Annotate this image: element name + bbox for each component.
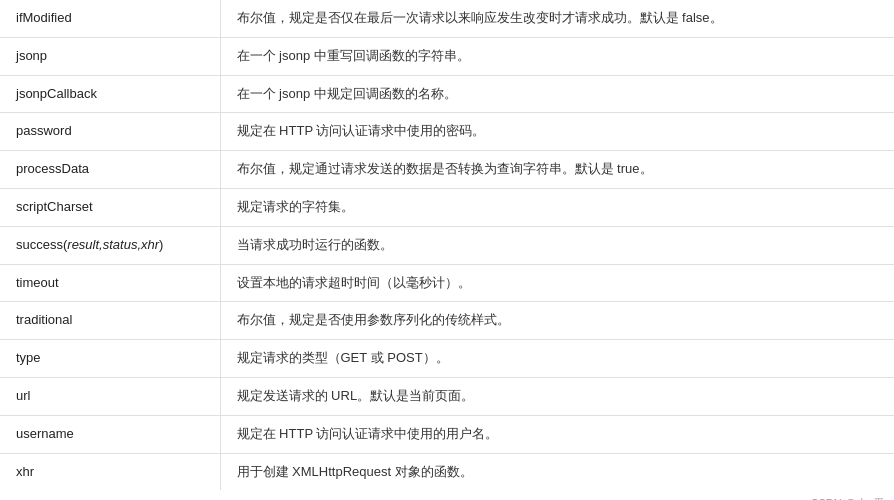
param-desc: 规定发送请求的 URL。默认是当前页面。 (220, 377, 894, 415)
param-name: password (0, 113, 220, 151)
table-row: timeout设置本地的请求超时时间（以毫秒计）。 (0, 264, 894, 302)
table-row: processData布尔值，规定通过请求发送的数据是否转换为查询字符串。默认是… (0, 151, 894, 189)
param-desc: 规定请求的类型（GET 或 POST）。 (220, 340, 894, 378)
table-row: url规定发送请求的 URL。默认是当前页面。 (0, 377, 894, 415)
table-row: jsonp在一个 jsonp 中重写回调函数的字符串。 (0, 37, 894, 75)
param-desc: 规定在 HTTP 访问认证请求中使用的用户名。 (220, 415, 894, 453)
table-row: type规定请求的类型（GET 或 POST）。 (0, 340, 894, 378)
footer-attribution: CSDN @小o蛋 (0, 490, 894, 500)
param-name: username (0, 415, 220, 453)
param-name: type (0, 340, 220, 378)
param-name: processData (0, 151, 220, 189)
table-row: username规定在 HTTP 访问认证请求中使用的用户名。 (0, 415, 894, 453)
param-name: ifModified (0, 0, 220, 37)
param-name: success(result,status,xhr) (0, 226, 220, 264)
table-row: ifModified布尔值，规定是否仅在最后一次请求以来响应发生改变时才请求成功… (0, 0, 894, 37)
param-desc: 布尔值，规定是否使用参数序列化的传统样式。 (220, 302, 894, 340)
param-desc: 布尔值，规定通过请求发送的数据是否转换为查询字符串。默认是 true。 (220, 151, 894, 189)
table-row: jsonpCallback在一个 jsonp 中规定回调函数的名称。 (0, 75, 894, 113)
param-desc: 当请求成功时运行的函数。 (220, 226, 894, 264)
table-row: traditional布尔值，规定是否使用参数序列化的传统样式。 (0, 302, 894, 340)
table-row: xhr用于创建 XMLHttpRequest 对象的函数。 (0, 453, 894, 490)
table-row: password规定在 HTTP 访问认证请求中使用的密码。 (0, 113, 894, 151)
param-desc: 在一个 jsonp 中规定回调函数的名称。 (220, 75, 894, 113)
param-name: jsonpCallback (0, 75, 220, 113)
param-desc: 规定在 HTTP 访问认证请求中使用的密码。 (220, 113, 894, 151)
param-name: timeout (0, 264, 220, 302)
param-desc: 布尔值，规定是否仅在最后一次请求以来响应发生改变时才请求成功。默认是 false… (220, 0, 894, 37)
table-row: scriptCharset规定请求的字符集。 (0, 188, 894, 226)
table-row: success(result,status,xhr)当请求成功时运行的函数。 (0, 226, 894, 264)
param-desc: 规定请求的字符集。 (220, 188, 894, 226)
param-name: url (0, 377, 220, 415)
param-name: xhr (0, 453, 220, 490)
reference-table: ifModified布尔值，规定是否仅在最后一次请求以来响应发生改变时才请求成功… (0, 0, 894, 490)
param-name: traditional (0, 302, 220, 340)
param-desc: 在一个 jsonp 中重写回调函数的字符串。 (220, 37, 894, 75)
param-name: jsonp (0, 37, 220, 75)
param-desc: 用于创建 XMLHttpRequest 对象的函数。 (220, 453, 894, 490)
param-name: scriptCharset (0, 188, 220, 226)
param-desc: 设置本地的请求超时时间（以毫秒计）。 (220, 264, 894, 302)
